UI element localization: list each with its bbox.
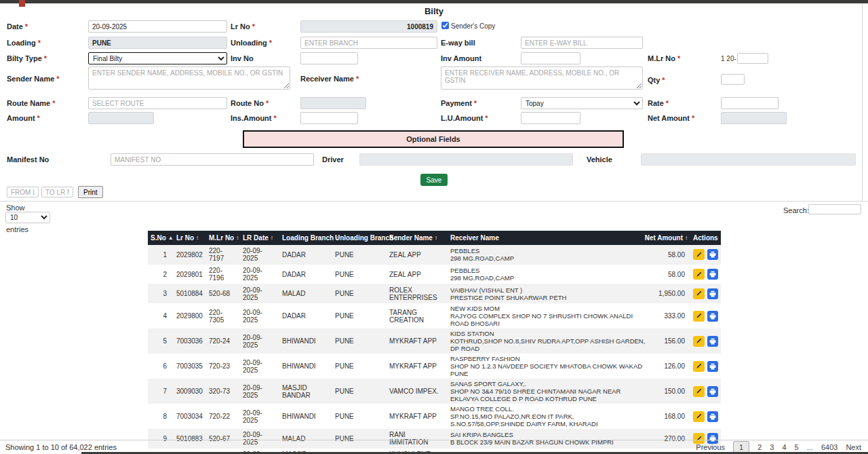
mlr-no-input[interactable]: [737, 53, 768, 64]
eway-bill-input[interactable]: [521, 37, 643, 49]
payment-select[interactable]: Topay: [521, 97, 643, 109]
manifest-no-input[interactable]: [111, 153, 314, 166]
pagination-page-2[interactable]: 2: [757, 443, 762, 451]
date-label-text: Date: [7, 22, 23, 31]
inv-no-input[interactable]: [300, 52, 358, 64]
sort-icon[interactable]: ↕: [685, 235, 688, 241]
print-button[interactable]: [707, 386, 719, 397]
print-button[interactable]: [707, 411, 719, 422]
sort-icon[interactable]: ↕: [646, 235, 648, 241]
header-net-amount[interactable]: Net Amount↕: [651, 234, 690, 242]
header-lr-date[interactable]: LR Date↕: [240, 234, 279, 242]
cell-sno: 1: [148, 250, 174, 260]
print-button[interactable]: [707, 269, 719, 280]
print-button[interactable]: [707, 361, 719, 372]
header-mlr-no[interactable]: M.Lr No↕: [206, 234, 240, 242]
header-lr-no[interactable]: Lr No↕: [174, 234, 206, 242]
sort-icon[interactable]: ↕: [336, 235, 338, 241]
header-receiver-name[interactable]: Receiver Name↕: [448, 234, 651, 242]
sort-icon[interactable]: ↕: [196, 235, 199, 241]
pagination-page-3[interactable]: 3: [770, 443, 774, 451]
unloading-input[interactable]: [300, 37, 437, 49]
pagination-next[interactable]: Next: [846, 443, 861, 451]
cell-mlr-no: 720-23: [206, 361, 240, 371]
inv-amount-input[interactable]: [521, 52, 580, 64]
edit-button[interactable]: [693, 311, 705, 322]
scrollbar[interactable]: [862, 4, 863, 201]
to-lr-input[interactable]: [41, 187, 73, 197]
sender-line-1: ZEAL APP: [389, 251, 445, 259]
table-row[interactable]: 5 7003036 720-24 20-09-2025 BHIWANDI PUN…: [148, 328, 721, 354]
senders-copy-checkbox[interactable]: [441, 22, 449, 29]
sort-icon[interactable]: ↕: [271, 235, 273, 241]
edit-button[interactable]: [693, 386, 705, 397]
table-row[interactable]: 8 7003034 720-22 20-09-2025 BHIWANDI PUN…: [148, 404, 721, 429]
page-size-select[interactable]: 10: [5, 212, 50, 223]
route-no-label: Route No*: [231, 99, 269, 107]
optional-fields-bar[interactable]: Optional Fields: [243, 130, 624, 148]
print-range-button[interactable]: Print: [78, 186, 103, 198]
edit-button[interactable]: [693, 288, 705, 299]
cell-sno: 8: [148, 411, 174, 421]
print-button[interactable]: [707, 249, 719, 260]
cell-receiver-name: MANGO TREE COLL.SP.NO.15,MIO PALAZO,NR.E…: [448, 404, 651, 429]
table-row[interactable]: 2 2029801 220-7196 20-09-2025 DADAR PUNE…: [148, 265, 721, 284]
print-button[interactable]: [707, 288, 719, 299]
header-sno[interactable]: S.No▲: [148, 234, 174, 242]
receiver-name-text: PEBBLES: [450, 247, 648, 254]
header-label: Actions: [693, 234, 718, 242]
lu-amount-input[interactable]: [521, 112, 580, 124]
print-button[interactable]: [707, 336, 719, 347]
sort-icon[interactable]: ↕: [435, 235, 437, 241]
route-name-input[interactable]: [88, 97, 227, 109]
pagination-page-5[interactable]: 5: [795, 443, 799, 451]
edit-icon: [696, 271, 702, 278]
cell-actions: [690, 385, 721, 398]
pagination-page-4[interactable]: 4: [782, 443, 786, 451]
edit-icon: [696, 363, 702, 369]
required-marker: *: [356, 75, 359, 83]
lu-amount-label-text: L.U.Amount: [441, 114, 483, 122]
edit-button[interactable]: [693, 411, 705, 422]
cell-mlr-no: 520-67: [206, 434, 240, 444]
edit-button[interactable]: [693, 361, 705, 372]
from-lr-input[interactable]: [7, 187, 39, 197]
receiver-name-text: SANAS SPORT GALAXY,.: [450, 380, 648, 387]
sort-icon[interactable]: ▲: [168, 235, 174, 241]
table-row[interactable]: 1 2029802 220-7197 20-09-2025 DADAR PUNE…: [148, 245, 721, 265]
cell-sender-name: ZEAL APP: [387, 250, 448, 260]
header-loading-branch[interactable]: Loading Branch↕: [279, 234, 332, 242]
receiver-name-text: SAI KRIPA BANGLES: [450, 431, 648, 438]
required-marker: *: [52, 99, 55, 107]
qty-input[interactable]: [721, 74, 745, 85]
receiver-name-textarea[interactable]: [441, 67, 643, 90]
required-marker: *: [269, 39, 272, 47]
date-input[interactable]: [88, 20, 227, 33]
print-button[interactable]: [707, 311, 719, 322]
sort-icon[interactable]: ↕: [395, 235, 398, 241]
sender-name-textarea[interactable]: [88, 67, 290, 90]
receiver-address-text: SHOP NO 1.2.3 NAVDEEP SOCIETY MHATOBA CH…: [450, 362, 648, 377]
cell-lr-date: 20-09-2025: [240, 307, 279, 325]
pagination-page-last[interactable]: 6403: [821, 443, 837, 451]
edit-button[interactable]: [693, 269, 705, 280]
table-row[interactable]: 6 7003035 720-23 20-09-2025 BHIWANDI PUN…: [148, 354, 721, 379]
pagination-previous[interactable]: Previous: [696, 443, 725, 451]
required-marker: *: [662, 76, 665, 84]
cell-sender-name: RANI IMMITATION: [387, 430, 448, 447]
table-row[interactable]: 3 5010884 520-68 20-09-2025 MALAD PUNE R…: [148, 284, 721, 303]
cell-net-amount: 333.00: [651, 311, 690, 321]
ins-amount-input[interactable]: [300, 112, 358, 124]
bilty-type-select[interactable]: Final Bilty: [88, 52, 227, 64]
search-input[interactable]: [808, 204, 861, 214]
header-unloading-branch[interactable]: Unloading Branch↕: [332, 234, 387, 242]
sort-icon[interactable]: ↕: [236, 235, 239, 241]
save-button[interactable]: Save: [420, 174, 448, 186]
edit-button[interactable]: [693, 249, 705, 260]
edit-button[interactable]: [693, 336, 705, 347]
rate-input[interactable]: [721, 97, 778, 109]
table-row[interactable]: 9 5010883 520-67 20-09-2025 MALAD PUNE R…: [148, 429, 721, 449]
table-row[interactable]: 7 3009030 320-73 20-09-2025 MASJID BANDA…: [148, 379, 721, 404]
net-amount-input: [721, 112, 787, 124]
table-row[interactable]: 4 2029800 220-7305 20-09-2025 DADAR PUNE…: [148, 303, 721, 328]
